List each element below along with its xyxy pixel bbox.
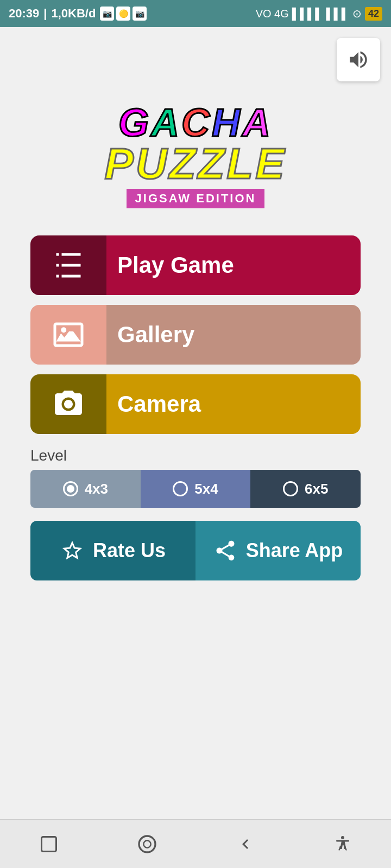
radio-6x5: [283, 481, 298, 496]
square-icon: [39, 834, 59, 854]
nav-back-button[interactable]: [236, 834, 255, 854]
level-6x5-label: 6x5: [305, 481, 328, 497]
gallery-button[interactable]: Gallery: [30, 305, 361, 365]
nav-bar: [0, 819, 391, 868]
svg-point-0: [61, 327, 66, 333]
nav-square-button[interactable]: [39, 834, 59, 854]
rate-us-button[interactable]: Rate Us: [30, 521, 195, 580]
radio-4x3: [63, 481, 78, 496]
share-icon: [213, 539, 237, 563]
network-label: VO 4G: [256, 8, 289, 20]
data-speed: |: [43, 7, 47, 21]
svg-point-2: [139, 836, 155, 852]
status-right: VO 4G ▌▌▌▌ ▌▌▌ ⊙ 42: [256, 7, 382, 21]
share-app-button[interactable]: Share App: [195, 521, 361, 580]
level-label: Level: [30, 447, 361, 464]
star-icon: [60, 539, 84, 563]
signal-circle: ⊙: [352, 7, 362, 20]
circle-icon: [136, 833, 158, 855]
level-5x4-button[interactable]: 5x4: [141, 470, 251, 508]
svg-point-4: [341, 836, 344, 839]
status-bar: 20:39 | 1,0KB/d 📷 🟡 📷 VO 4G ▌▌▌▌ ▌▌▌ ⊙ 4…: [0, 0, 391, 27]
camera-icon-area: [30, 374, 106, 434]
level-6x5-button[interactable]: 6x5: [250, 470, 361, 508]
play-game-button[interactable]: Play Game: [30, 235, 361, 295]
signal-bars: ▌▌▌▌: [292, 8, 323, 20]
battery-level: 42: [365, 7, 382, 21]
level-options: 4x3 5x4 6x5: [30, 470, 361, 508]
back-icon: [236, 834, 255, 854]
data-speed-label: 1,0KB/d: [51, 7, 96, 21]
status-icons: 📷 🟡 📷: [100, 7, 147, 21]
level-4x3-label: 4x3: [85, 481, 108, 497]
gallery-icon-area: [30, 305, 106, 365]
app-icon-1: 📷: [100, 7, 114, 21]
play-game-icon-area: [30, 235, 106, 295]
gallery-icon: [52, 318, 85, 351]
main-content: GACHA PUZZLE JIGSAW EDITION Play Game: [0, 27, 391, 819]
nav-circle-button[interactable]: [136, 833, 158, 855]
camera-icon: [52, 388, 85, 420]
play-game-label-area: Play Game: [106, 235, 361, 295]
menu-buttons: Play Game Gallery Camera: [30, 235, 361, 434]
accessibility-icon: [333, 834, 352, 854]
radio-filled-4x3: [67, 485, 74, 493]
speaker-icon: [347, 48, 370, 71]
logo-h: H: [212, 101, 242, 144]
bottom-buttons: Rate Us Share App: [30, 521, 361, 580]
camera-button[interactable]: Camera: [30, 374, 361, 434]
jigsaw-badge: JIGSAW EDITION: [104, 186, 286, 208]
sound-button[interactable]: [337, 38, 380, 81]
svg-rect-1: [41, 837, 56, 851]
time-label: 20:39: [9, 7, 39, 21]
share-app-label: Share App: [246, 539, 343, 562]
gallery-label: Gallery: [117, 322, 194, 348]
camera-label: Camera: [117, 391, 201, 417]
rate-us-label: Rate Us: [93, 539, 166, 562]
radio-5x4: [173, 481, 188, 496]
gacha-logo: GACHA: [104, 103, 286, 142]
status-left: 20:39 | 1,0KB/d 📷 🟡 📷: [9, 7, 147, 21]
logo-p: P: [104, 139, 135, 188]
grid-icon: [52, 249, 85, 282]
level-5x4-label: 5x4: [194, 481, 218, 497]
app-icon-3: 📷: [133, 7, 147, 21]
logo-c: C: [181, 101, 212, 144]
wifi-signal: ▌▌▌: [326, 8, 349, 20]
camera-label-area: Camera: [106, 374, 361, 434]
logo-area: GACHA PUZZLE JIGSAW EDITION: [104, 103, 286, 208]
nav-accessibility-button[interactable]: [333, 834, 352, 854]
puzzle-logo: PUZZLE: [104, 142, 286, 186]
app-icon-2: 🟡: [116, 7, 130, 21]
logo-a2: A: [242, 101, 273, 144]
level-section: Level 4x3 5x4 6x5: [30, 447, 361, 508]
logo-a: A: [151, 101, 181, 144]
svg-point-3: [143, 840, 150, 847]
level-4x3-button[interactable]: 4x3: [30, 470, 141, 508]
logo-g: G: [118, 101, 151, 144]
play-game-label: Play Game: [117, 252, 234, 278]
gallery-label-area: Gallery: [106, 305, 361, 365]
